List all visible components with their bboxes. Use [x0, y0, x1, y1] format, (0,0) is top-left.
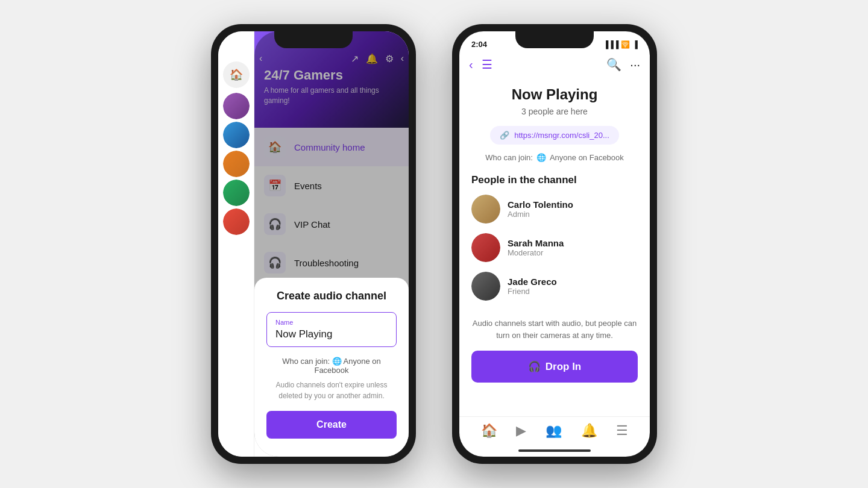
modal-title: Create audio channel	[266, 290, 397, 302]
person-info-sarah: Sarah Manna Moderator	[508, 238, 564, 257]
person-name-carlo: Carlo Tolentino	[508, 199, 573, 210]
person-avatar-sarah	[471, 233, 500, 262]
phone-2: 2:04 ▐▐▐ 🛜 ▐ ‹ ☰ 🔍 ···	[452, 24, 657, 464]
nav-right: 🔍 ···	[606, 57, 640, 72]
person-item-carlo: Carlo Tolentino Admin	[471, 195, 638, 224]
channel-title: Now Playing	[471, 86, 638, 103]
audio-channel-info: Audio channels start with audio, but peo…	[471, 310, 638, 351]
time-display: 2:04	[471, 40, 487, 49]
person-role-carlo: Admin	[508, 210, 573, 219]
people-section-title: People in the channel	[471, 174, 638, 186]
channel-link[interactable]: 🔗 https://msngr.com/csli_20...	[490, 126, 619, 145]
more-icon[interactable]: ···	[630, 58, 640, 72]
person-name-jade: Jade Greco	[508, 277, 557, 287]
bottom-nav-community[interactable]: 👥	[546, 423, 562, 439]
phone-2-screen: 2:04 ▐▐▐ 🛜 ▐ ‹ ☰ 🔍 ···	[459, 31, 650, 457]
channel-people-count: 3 people are here	[471, 107, 638, 116]
notch-1	[274, 31, 353, 48]
wifi-icon: 🛜	[621, 40, 630, 49]
signal-icon: ▐▐▐	[603, 40, 619, 49]
headphones-icon: 🎧	[528, 360, 541, 373]
drop-in-button[interactable]: 🎧 Drop In	[471, 351, 638, 383]
person-role-jade: Friend	[508, 287, 557, 296]
status-icons: ▐▐▐ 🛜 ▐	[603, 40, 638, 49]
nav-bar: ‹ ☰ 🔍 ···	[459, 52, 650, 77]
drop-in-label: Drop In	[546, 361, 582, 373]
channel-name-input-value: Now Playing	[275, 328, 388, 340]
nav-left: ‹ ☰	[469, 57, 492, 72]
sidebar-avatar-1[interactable]	[223, 93, 250, 119]
person-role-sarah: Moderator	[508, 248, 564, 257]
phone-1: 🏠 ‹ ↗ 🔔 ⚙ ‹	[211, 24, 416, 464]
notch-2	[515, 31, 594, 48]
phone-1-screen: 🏠 ‹ ↗ 🔔 ⚙ ‹	[218, 31, 409, 457]
search-icon[interactable]: 🔍	[606, 57, 621, 72]
globe-icon: 🌐	[536, 153, 546, 162]
channel-name-input-group[interactable]: Name Now Playing	[266, 312, 397, 347]
modal-overlay: Create audio channel Name Now Playing Wh…	[254, 31, 409, 457]
sidebar-home-icon[interactable]: 🏠	[223, 61, 250, 88]
main-content: ‹ ↗ 🔔 ⚙ ‹ 24/7 Gamers A home for all gam…	[254, 31, 409, 457]
channel-info: Now Playing 3 people are here 🔗 https://…	[459, 77, 650, 416]
person-avatar-carlo	[471, 195, 500, 224]
link-text: https://msngr.com/csli_20...	[514, 131, 609, 140]
battery-icon: ▐	[632, 40, 638, 49]
person-info-carlo: Carlo Tolentino Admin	[508, 199, 573, 219]
audio-note: Audio channels don't expire unless delet…	[266, 380, 397, 401]
sidebar: 🏠	[218, 31, 254, 457]
back-button[interactable]: ‹	[469, 58, 473, 72]
who-can-join-label: Who can join: 🌐 Anyone on Facebook	[266, 357, 397, 375]
person-info-jade: Jade Greco Friend	[508, 277, 557, 296]
create-channel-modal: Create audio channel Name Now Playing Wh…	[254, 278, 409, 457]
person-name-sarah: Sarah Manna	[508, 238, 564, 248]
person-item-sarah: Sarah Manna Moderator	[471, 233, 638, 262]
sidebar-avatar-2[interactable]	[223, 122, 250, 148]
person-avatar-jade	[471, 272, 500, 301]
home-indicator-2	[518, 449, 591, 452]
person-item-jade: Jade Greco Friend	[471, 272, 638, 301]
link-icon: 🔗	[500, 131, 509, 140]
bottom-nav-menu[interactable]: ☰	[616, 423, 628, 439]
sidebar-avatar-4[interactable]	[223, 180, 250, 206]
sidebar-avatar-3[interactable]	[223, 151, 250, 177]
who-can-join-info: Who can join: 🌐 Anyone on Facebook	[471, 153, 638, 162]
bottom-nav-bell[interactable]: 🔔	[581, 423, 597, 439]
bottom-nav-home[interactable]: 🏠	[481, 423, 497, 439]
create-button[interactable]: Create	[266, 411, 397, 439]
sidebar-avatar-5[interactable]	[223, 208, 250, 235]
channel-name-input-label: Name	[275, 319, 388, 326]
bottom-nav-video[interactable]: ▶	[516, 423, 526, 439]
menu-icon[interactable]: ☰	[482, 57, 492, 72]
